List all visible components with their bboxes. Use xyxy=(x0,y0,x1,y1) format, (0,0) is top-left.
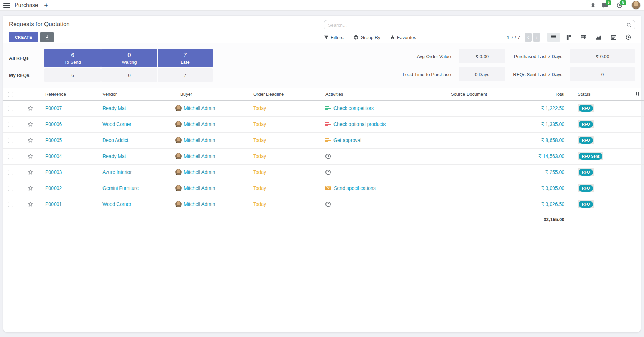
source-document-value xyxy=(426,132,512,148)
favorite-star-icon[interactable] xyxy=(27,153,33,159)
graph-view-button[interactable] xyxy=(592,33,605,42)
list-view-button[interactable] xyxy=(547,33,560,42)
row-checkbox[interactable] xyxy=(8,106,13,111)
reference-link[interactable]: P00002 xyxy=(45,185,62,191)
reference-link[interactable]: P00003 xyxy=(45,169,62,175)
activity-view-button[interactable] xyxy=(622,33,635,42)
tile-late[interactable]: 7 Late xyxy=(158,49,213,67)
app-title[interactable]: Purchase xyxy=(15,2,38,8)
kanban-view-button[interactable] xyxy=(562,33,575,42)
user-avatar[interactable] xyxy=(631,1,641,10)
reference-column-header[interactable]: Reference xyxy=(38,88,96,100)
source-document-column-header[interactable]: Source Document xyxy=(426,88,512,100)
tasks-bars-green-icon[interactable] xyxy=(325,106,331,111)
total-column-header[interactable]: Total xyxy=(512,88,568,100)
table-row[interactable]: P00001 Wood Corner Mitchell Admin Today … xyxy=(3,196,644,212)
row-checkbox[interactable] xyxy=(8,170,13,175)
messages-menu[interactable]: 5 xyxy=(601,2,611,8)
reference-link[interactable]: P00004 xyxy=(45,153,62,159)
envelope-icon[interactable] xyxy=(325,186,331,190)
tasks-bars-red-icon[interactable] xyxy=(325,122,331,127)
table-row[interactable]: P00006 Wood Corner Mitchell Admin Today … xyxy=(3,116,644,132)
source-document-value xyxy=(426,196,512,212)
reference-link[interactable]: P00007 xyxy=(45,105,62,111)
new-tab-plus-button[interactable]: + xyxy=(44,2,48,9)
row-checkbox[interactable] xyxy=(8,122,13,127)
clock-icon[interactable] xyxy=(325,170,331,175)
row-checkbox[interactable] xyxy=(8,186,13,191)
tile-to-send[interactable]: 6 To Send xyxy=(44,49,101,67)
buyer-link[interactable]: Mitchell Admin xyxy=(184,105,215,111)
pager-previous-button[interactable]: ‹ xyxy=(525,33,532,42)
graph-view-icon xyxy=(596,34,602,40)
vendor-link[interactable]: Azure Interior xyxy=(102,169,132,175)
pivot-view-icon xyxy=(581,34,586,40)
vendor-link[interactable]: Gemini Furniture xyxy=(102,185,139,191)
pager-range: 1-7 / 7 xyxy=(507,35,520,40)
table-row[interactable]: P00004 Ready Mat Mitchell Admin Today ₹ … xyxy=(3,148,644,164)
pivot-view-button[interactable] xyxy=(577,33,590,42)
vendor-column-header[interactable]: Vendor xyxy=(96,88,170,100)
search-input[interactable] xyxy=(324,20,635,30)
select-all-checkbox[interactable] xyxy=(8,92,13,97)
buyer-link[interactable]: Mitchell Admin xyxy=(184,137,215,143)
reference-link[interactable]: P00006 xyxy=(45,121,62,127)
debug-bug-icon[interactable] xyxy=(590,2,596,8)
buyer-avatar xyxy=(175,169,182,175)
activity-label-link[interactable]: Check competitors xyxy=(333,105,374,111)
vendor-link[interactable]: Ready Mat xyxy=(102,153,126,159)
favorites-button[interactable]: Favorites xyxy=(390,35,416,40)
vendor-link[interactable]: Wood Corner xyxy=(102,201,131,207)
tasks-bars-yellow-icon[interactable] xyxy=(325,138,331,143)
my-to-send-tile[interactable]: 6 xyxy=(44,68,101,82)
favorite-star-icon[interactable] xyxy=(27,169,33,175)
vendor-link[interactable]: Deco Addict xyxy=(102,137,129,143)
export-button[interactable] xyxy=(40,32,54,42)
buyer-link[interactable]: Mitchell Admin xyxy=(184,153,215,159)
table-row[interactable]: P00002 Gemini Furniture Mitchell Admin T… xyxy=(3,180,644,196)
order-deadline-column-header[interactable]: Order Deadline xyxy=(241,88,314,100)
table-row[interactable]: P00003 Azure Interior Mitchell Admin Tod… xyxy=(3,164,644,180)
row-checkbox[interactable] xyxy=(8,154,13,159)
search-icon[interactable] xyxy=(626,22,632,29)
activities-menu[interactable]: 5 xyxy=(617,2,626,8)
vendor-link[interactable]: Wood Corner xyxy=(102,121,131,127)
row-checkbox[interactable] xyxy=(8,138,13,143)
apps-menu-icon[interactable] xyxy=(3,3,10,8)
vendor-link[interactable]: Ready Mat xyxy=(102,105,126,111)
activities-column-header[interactable]: Activities xyxy=(314,88,426,100)
status-badge: RFQ xyxy=(578,104,594,112)
favorite-star-icon[interactable] xyxy=(27,201,33,207)
row-checkbox[interactable] xyxy=(8,202,13,207)
favorite-star-icon[interactable] xyxy=(27,185,33,191)
clock-icon[interactable] xyxy=(325,154,331,159)
filters-button[interactable]: Filters xyxy=(324,35,344,40)
my-waiting-tile[interactable]: 0 xyxy=(101,68,157,82)
buyer-avatar xyxy=(175,201,182,207)
buyer-link[interactable]: Mitchell Admin xyxy=(184,185,215,191)
table-row[interactable]: P00007 Ready Mat Mitchell Admin Today Ch… xyxy=(3,100,644,116)
table-row[interactable]: P00005 Deco Addict Mitchell Admin Today … xyxy=(3,132,644,148)
reference-link[interactable]: P00005 xyxy=(45,137,62,143)
rfqs-sent-last-7-days-label: RFQs Sent Last 7 Days xyxy=(513,72,562,77)
favorite-star-icon[interactable] xyxy=(27,121,33,127)
status-column-header[interactable]: Status xyxy=(568,88,630,100)
clock-icon[interactable] xyxy=(325,202,331,207)
buyer-link[interactable]: Mitchell Admin xyxy=(184,169,215,175)
activity-label-link[interactable]: Get approval xyxy=(333,137,361,143)
group-by-button[interactable]: Group By xyxy=(353,35,380,40)
activity-label-link[interactable]: Send specifications xyxy=(334,185,376,191)
pager-next-button[interactable]: › xyxy=(533,33,540,42)
buyer-column-header[interactable]: Buyer xyxy=(170,88,241,100)
buyer-link[interactable]: Mitchell Admin xyxy=(184,121,215,127)
optional-columns-button[interactable] xyxy=(630,88,644,100)
favorite-star-icon[interactable] xyxy=(27,105,33,111)
buyer-link[interactable]: Mitchell Admin xyxy=(184,201,215,207)
create-button[interactable]: CREATE xyxy=(9,32,38,42)
calendar-view-button[interactable] xyxy=(607,33,620,42)
my-late-tile[interactable]: 7 xyxy=(158,68,213,82)
activity-label-link[interactable]: Check optional products xyxy=(333,121,386,127)
reference-link[interactable]: P00001 xyxy=(45,201,62,207)
favorite-star-icon[interactable] xyxy=(27,137,33,143)
tile-waiting[interactable]: 0 Waiting xyxy=(101,49,157,67)
